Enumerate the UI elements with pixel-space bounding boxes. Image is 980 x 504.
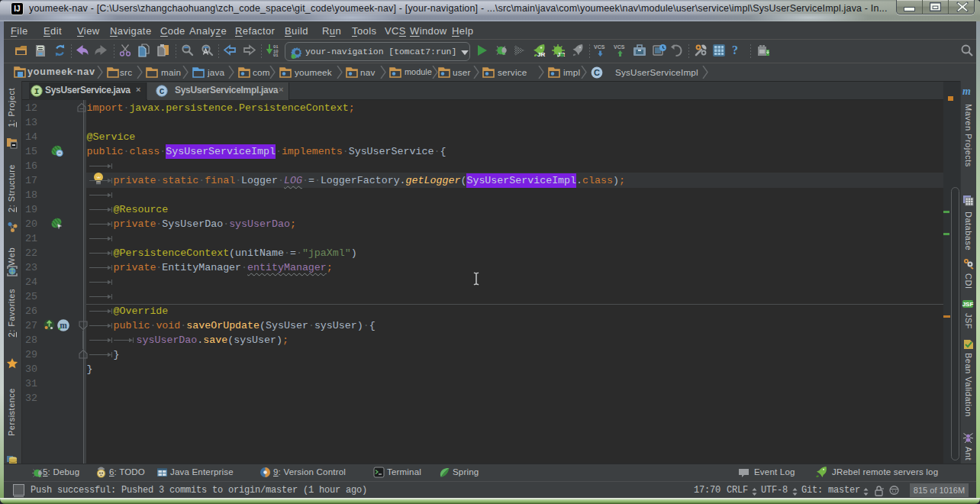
svg-text:m: m [60,321,67,330]
svg-text:VCS: VCS [594,44,605,50]
svg-text:JSF: JSF [962,301,974,308]
svg-text:01: 01 [273,53,279,57]
svg-text:JR: JR [537,51,545,58]
svg-text:VCS: VCS [614,44,625,50]
svg-text:I: I [34,87,40,96]
svg-text:C: C [160,87,165,96]
svg-text:C: C [594,68,600,77]
